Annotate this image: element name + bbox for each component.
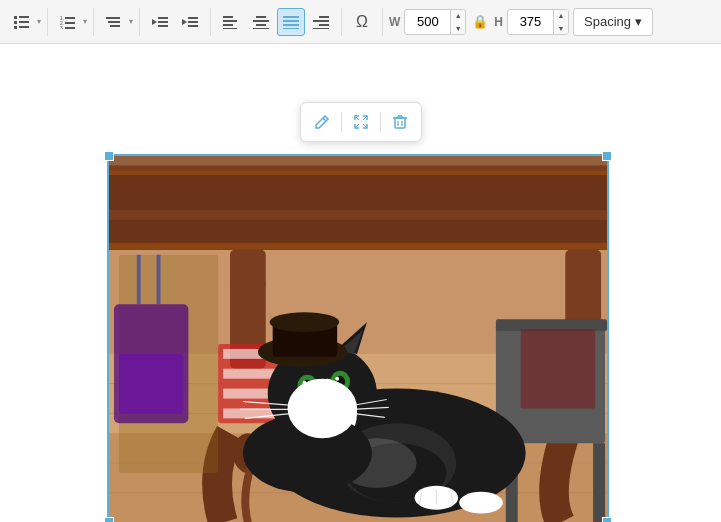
- width-input-wrap: ▲ ▼: [404, 9, 466, 35]
- float-resize-btn[interactable]: [346, 107, 376, 137]
- svg-rect-5: [19, 26, 29, 28]
- width-group: W ▲ ▼: [389, 9, 466, 35]
- main-toolbar: ▾ 1. 2. 3. ▾: [0, 0, 721, 44]
- list-style-group-3: ▾: [100, 8, 140, 36]
- svg-rect-12: [106, 17, 120, 19]
- svg-point-117: [270, 312, 339, 332]
- svg-rect-0: [14, 16, 17, 19]
- svg-rect-30: [253, 28, 269, 29]
- width-label: W: [389, 15, 400, 29]
- svg-rect-25: [223, 24, 233, 26]
- svg-rect-44: [395, 118, 405, 128]
- width-input[interactable]: [405, 12, 450, 31]
- list-btn-1-wrap: ▾: [8, 8, 41, 36]
- svg-rect-36: [313, 20, 329, 22]
- handle-bottom-left[interactable]: [104, 517, 114, 522]
- list-btn-2-arrow[interactable]: ▾: [83, 17, 87, 26]
- svg-rect-18: [158, 25, 168, 27]
- list-btn-3[interactable]: [100, 8, 128, 36]
- list-btn-3-arrow[interactable]: ▾: [129, 17, 133, 26]
- svg-rect-23: [223, 16, 233, 18]
- float-delete-btn[interactable]: [385, 107, 415, 137]
- svg-rect-62: [109, 210, 607, 220]
- align-left-btn[interactable]: [217, 8, 245, 36]
- list-btn-2[interactable]: 1. 2. 3.: [54, 8, 82, 36]
- svg-point-108: [459, 492, 503, 514]
- list-btn-1-arrow[interactable]: ▾: [37, 17, 41, 26]
- spacing-arrow: ▾: [635, 14, 642, 29]
- svg-text:3.: 3.: [60, 25, 64, 29]
- float-edit-btn[interactable]: [307, 107, 337, 137]
- height-group: H ▲ ▼: [494, 9, 569, 35]
- svg-rect-3: [19, 21, 29, 23]
- height-spinners: ▲ ▼: [553, 9, 568, 35]
- align-block-btn[interactable]: [277, 8, 305, 36]
- svg-rect-4: [14, 26, 17, 29]
- indent-decrease-btn[interactable]: [146, 8, 174, 36]
- spacing-btn[interactable]: Spacing ▾: [573, 8, 653, 36]
- svg-point-94: [335, 377, 339, 381]
- svg-rect-34: [283, 28, 299, 29]
- svg-rect-75: [119, 354, 183, 414]
- svg-rect-38: [313, 28, 329, 29]
- list-btn-3-wrap: ▾: [100, 8, 133, 36]
- list-btn-2-wrap: 1. 2. 3. ▾: [54, 8, 87, 36]
- svg-rect-60: [109, 170, 607, 175]
- svg-rect-17: [158, 21, 168, 23]
- svg-rect-118: [109, 156, 607, 165]
- spacing-label: Spacing: [584, 14, 631, 29]
- svg-rect-35: [319, 16, 329, 18]
- float-divider-2: [380, 112, 381, 132]
- svg-rect-27: [256, 16, 266, 18]
- height-down-btn[interactable]: ▼: [554, 22, 568, 35]
- svg-rect-21: [188, 21, 198, 23]
- svg-rect-24: [223, 20, 237, 22]
- svg-point-114: [301, 402, 345, 434]
- svg-rect-7: [65, 17, 75, 19]
- svg-rect-33: [283, 24, 299, 26]
- svg-rect-11: [65, 27, 75, 29]
- svg-rect-29: [256, 24, 266, 26]
- svg-marker-15: [152, 19, 157, 25]
- svg-rect-28: [253, 20, 269, 22]
- align-right-btn[interactable]: [307, 8, 335, 36]
- handle-bottom-right[interactable]: [602, 517, 612, 522]
- alignment-group: [217, 8, 342, 36]
- list-btn-1[interactable]: [8, 8, 36, 36]
- cat-image: [109, 156, 607, 522]
- height-input[interactable]: [508, 12, 553, 31]
- svg-rect-64: [109, 243, 607, 250]
- indent-increase-btn[interactable]: [176, 8, 204, 36]
- svg-rect-22: [188, 25, 198, 27]
- svg-rect-26: [223, 28, 237, 29]
- symbol-group: Ω: [348, 8, 383, 36]
- svg-rect-2: [14, 21, 17, 24]
- svg-rect-119: [521, 329, 595, 408]
- special-char-btn[interactable]: Ω: [348, 8, 376, 36]
- svg-rect-61: [109, 175, 607, 210]
- svg-rect-1: [19, 16, 29, 18]
- svg-rect-9: [65, 22, 75, 24]
- svg-marker-19: [182, 19, 187, 25]
- svg-rect-14: [110, 25, 120, 27]
- svg-rect-20: [188, 17, 198, 19]
- image-container[interactable]: [107, 154, 609, 522]
- lock-icon[interactable]: 🔒: [470, 14, 490, 29]
- handle-top-right[interactable]: [602, 151, 612, 161]
- handle-top-left[interactable]: [104, 151, 114, 161]
- svg-rect-32: [283, 20, 299, 22]
- svg-rect-16: [158, 17, 168, 19]
- svg-rect-13: [108, 21, 120, 23]
- width-down-btn[interactable]: ▼: [451, 22, 465, 35]
- svg-line-39: [323, 118, 326, 121]
- canvas-area: [0, 44, 721, 522]
- width-up-btn[interactable]: ▲: [451, 9, 465, 22]
- float-divider-1: [341, 112, 342, 132]
- align-center-btn[interactable]: [247, 8, 275, 36]
- height-up-btn[interactable]: ▲: [554, 9, 568, 22]
- width-spinners: ▲ ▼: [450, 9, 465, 35]
- height-label: H: [494, 15, 503, 29]
- indent-group: [146, 8, 211, 36]
- svg-rect-72: [593, 443, 605, 522]
- height-input-wrap: ▲ ▼: [507, 9, 569, 35]
